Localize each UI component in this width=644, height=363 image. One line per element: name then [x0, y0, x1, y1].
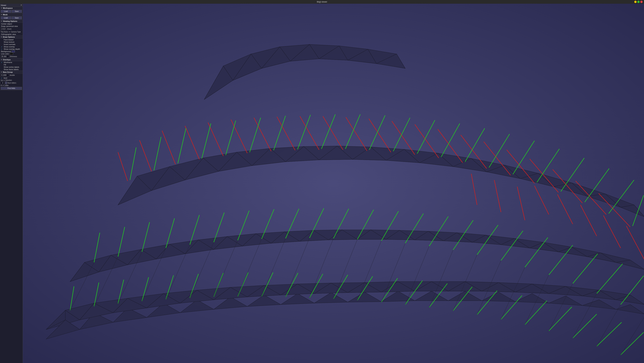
show-overlay-depth-label: Show overlay depth	[4, 48, 20, 50]
background-item[interactable]: Background	[0, 50, 23, 53]
shininess-label: Shininess	[10, 56, 17, 58]
viewing-options-arrow: ▼	[1, 20, 2, 22]
camera-type-arrow: ▼	[8, 31, 10, 33]
num-letters-input[interactable]	[1, 82, 5, 84]
show-overlay-label: Show overlay	[4, 46, 15, 48]
draw-options-arrow: ▼	[1, 36, 2, 38]
orthographic-view-item[interactable]: Orthographic view	[0, 33, 23, 36]
fill-item[interactable]: Fill	[0, 64, 23, 66]
workspace-save-button[interactable]: Save	[12, 10, 22, 13]
face-based-label: Face-based	[4, 39, 14, 41]
show-faces-labels-item[interactable]: Show faces labels	[0, 68, 23, 71]
letter-arrow: ▼	[2, 85, 4, 86]
viewing-options-section-header[interactable]: ▼ Viewing Options	[0, 20, 23, 23]
draw-options-label: Draw Options	[3, 36, 15, 38]
zoom-input[interactable]	[1, 28, 6, 30]
face-based-item[interactable]: Face-based	[0, 39, 23, 41]
print-hello-button[interactable]: Print Hello	[1, 87, 22, 90]
shininess-row: Shininess	[0, 55, 23, 58]
invert-normals-item[interactable]: Invert normals	[0, 43, 23, 46]
window-title: libigl viewer	[317, 1, 327, 3]
sidebar-viewer-header: Viewer ✕	[0, 4, 23, 7]
workspace-btn-row: Load Save	[0, 10, 23, 13]
letter-value: A	[1, 85, 2, 86]
letter-dropdown-label: Letter	[4, 85, 9, 86]
orthographic-view-label: Orthographic view	[1, 33, 16, 35]
mesh-load-button[interactable]: Load	[1, 17, 11, 19]
line-color-item[interactable]: Line color	[0, 53, 23, 55]
bool-label: bool	[4, 77, 7, 79]
show-overlay-depth-check: ✓	[1, 48, 3, 50]
bool-item[interactable]: ✓ bool	[0, 77, 23, 79]
camera-type-row: Two Axes ▼ Camera Type	[0, 31, 23, 33]
sidebar-close-button[interactable]: ✕	[20, 4, 22, 6]
show-overlay-depth-item[interactable]: ✓ Show overlay depth	[0, 48, 23, 50]
wireframe-item[interactable]: ✓ Wireframe	[0, 61, 23, 64]
new-group-value-row: double	[0, 74, 23, 77]
center-object-item[interactable]: Center object	[0, 23, 23, 25]
new-group-section-header[interactable]: ▼ New Group	[0, 71, 23, 74]
num-letters-row: − Num letters	[0, 81, 23, 84]
maximize-button[interactable]	[637, 1, 640, 3]
mesh-save-button[interactable]: Save	[12, 17, 22, 19]
viewport[interactable]	[23, 4, 644, 363]
num-letters-decrement[interactable]: −	[5, 82, 7, 84]
minimize-button[interactable]	[634, 1, 636, 3]
viewing-options-label: Viewing Options	[3, 20, 17, 22]
show-overlay-check: ✓	[1, 46, 3, 48]
direction-arrow: ▼	[3, 80, 5, 81]
sidebar: Viewer ✕ ▼ Workspace Load Save ▼ Mesh Lo…	[0, 4, 23, 363]
overlays-content: ✓ Wireframe Fill Show vertex labels Show…	[0, 61, 23, 71]
new-group-arrow: ▼	[1, 71, 2, 73]
viewing-options-content: Center object Snap canonical view Zoom T…	[0, 23, 23, 36]
invert-normals-label: Invert normals	[4, 43, 16, 45]
draw-options-content: Face-based Show texture Invert normals ✓…	[0, 39, 23, 58]
zoom-label: Zoom	[7, 28, 12, 30]
wireframe-check: ✓	[1, 62, 3, 63]
shininess-input[interactable]	[1, 55, 9, 58]
fill-label: Fill	[4, 64, 6, 66]
title-bar-controls	[634, 1, 643, 3]
draw-options-section-header[interactable]: ▼ Draw Options	[0, 36, 23, 39]
direction-row: Up ▼ Direction	[0, 79, 23, 81]
new-group-type-label: double	[10, 74, 15, 76]
title-bar: libigl viewer	[0, 0, 644, 4]
background-color-swatch[interactable]	[12, 51, 15, 53]
bool-check: ✓	[1, 77, 3, 79]
show-overlay-item[interactable]: ✓ Show overlay	[0, 46, 23, 48]
overlays-label: Overlays	[3, 59, 10, 61]
center-object-label: Center object	[1, 23, 12, 25]
workspace-load-button[interactable]: Load	[1, 10, 11, 13]
direction-label: Direction	[5, 79, 12, 81]
line-color-label: Line color	[1, 53, 9, 55]
mesh-section-content: Load Save	[0, 16, 23, 20]
camera-type-label: Camera Type	[11, 31, 21, 33]
letter-row: A ▼ Letter	[0, 84, 23, 87]
background-label: Background	[1, 51, 11, 53]
workspace-section-content: Load Save	[0, 10, 23, 13]
show-texture-label: Show texture	[4, 41, 14, 43]
num-letters-label: Num letters	[8, 82, 16, 84]
line-color-swatch[interactable]	[10, 53, 13, 55]
close-button[interactable]	[640, 1, 643, 3]
mesh-section-header[interactable]: ▼ Mesh	[0, 13, 23, 16]
workspace-arrow: ▼	[1, 7, 2, 9]
overlays-section-header[interactable]: ▼ Overlays	[0, 58, 23, 61]
mesh-btn-row: Load Save	[0, 16, 23, 20]
overlays-arrow: ▼	[1, 59, 2, 61]
show-texture-item[interactable]: Show texture	[0, 41, 23, 43]
zoom-row: Zoom	[0, 27, 23, 31]
snap-canonical-label: Snap canonical view	[1, 25, 18, 27]
show-vertex-labels-item[interactable]: Show vertex labels	[0, 66, 23, 68]
new-group-value-input[interactable]	[1, 74, 9, 77]
show-vertex-labels-label: Show vertex labels	[4, 66, 19, 68]
snap-canonical-item[interactable]: Snap canonical view	[0, 25, 23, 27]
mesh-viewport[interactable]	[23, 4, 644, 363]
two-axes-label: Two Axes	[1, 31, 8, 33]
workspace-section-header[interactable]: ▼ Workspace	[0, 7, 23, 10]
workspace-label: Workspace	[3, 7, 13, 9]
show-faces-labels-label: Show faces labels	[4, 68, 19, 70]
new-group-content: double ✓ bool Up ▼ Direction − Num lette…	[0, 74, 23, 90]
viewer-label: Viewer	[1, 4, 6, 6]
up-label: Up	[1, 79, 3, 81]
